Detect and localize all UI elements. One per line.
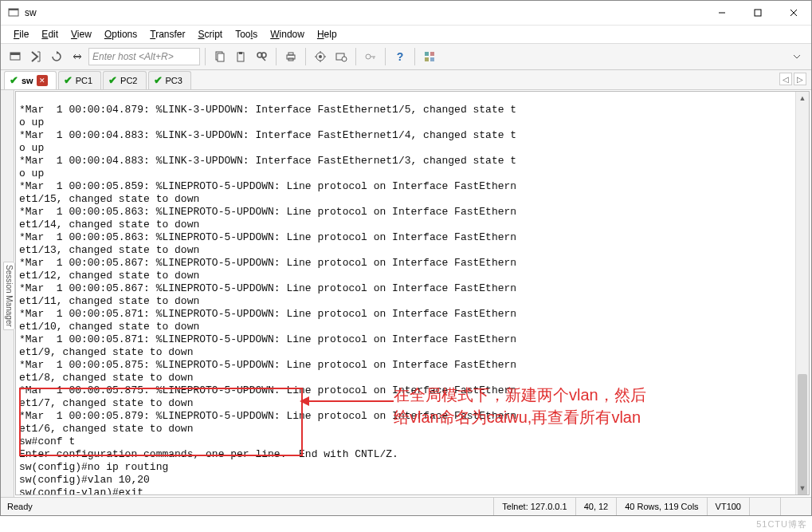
window-title: sw — [25, 7, 704, 18]
close-button[interactable] — [775, 1, 811, 25]
tab-label: PC2 — [120, 76, 137, 85]
find-button[interactable] — [252, 47, 271, 66]
tab-pc2[interactable]: ✔ PC2 — [103, 71, 146, 89]
menu-help[interactable]: Help — [312, 27, 342, 41]
paste-button[interactable] — [231, 47, 250, 66]
check-icon: ✔ — [108, 74, 117, 86]
annotation-arrow-icon — [300, 393, 395, 409]
svg-rect-29 — [425, 52, 429, 56]
tab-sw[interactable]: ✔ sw ✕ — [4, 71, 57, 89]
menu-file[interactable]: File — [9, 27, 33, 41]
status-caps — [749, 498, 780, 515]
tab-label: PC1 — [76, 76, 92, 85]
status-num — [780, 498, 811, 515]
tile-button[interactable] — [420, 47, 439, 66]
menu-edit[interactable]: Edit — [37, 27, 63, 41]
annotation-text: 在全局模式下，新建两个vlan，然后 给vlan命名为caiwu,再查看所有vl… — [394, 384, 646, 428]
svg-point-26 — [366, 54, 371, 59]
toolbar-overflow[interactable] — [787, 47, 806, 66]
main-area: Session Manager *Mar 1 00:00:04.879: %LI… — [1, 90, 811, 497]
menu-bar: File Edit View Options Transfer Script T… — [1, 26, 811, 43]
app-icon — [7, 6, 20, 19]
watermark: 51CTU博客 — [756, 518, 807, 530]
status-ready: Ready — [1, 498, 41, 515]
svg-marker-34 — [300, 396, 309, 406]
svg-rect-11 — [239, 52, 242, 54]
quick-connect-button[interactable] — [26, 47, 45, 66]
toolbar-separator — [414, 48, 415, 65]
menu-window[interactable]: Window — [265, 27, 309, 41]
annotation-box — [19, 388, 303, 456]
scroll-thumb[interactable] — [798, 374, 807, 495]
svg-rect-1 — [9, 9, 18, 10]
status-emulation: VT100 — [707, 498, 749, 515]
tab-label: PC3 — [166, 76, 182, 85]
session-button[interactable] — [6, 47, 25, 66]
minimize-button[interactable] — [704, 1, 739, 25]
maximize-button[interactable] — [739, 1, 775, 25]
toolbar-separator — [205, 48, 206, 65]
menu-view[interactable]: View — [66, 27, 96, 41]
scrollbar[interactable]: ▲ ▼ — [795, 92, 809, 495]
check-icon: ✔ — [64, 74, 73, 86]
terminal-panel[interactable]: *Mar 1 00:00:04.879: %LINK-3-UPDOWN: Int… — [15, 91, 810, 495]
check-icon: ✔ — [10, 74, 18, 86]
status-bar: Ready Telnet: 127.0.0.1 40, 12 40 Rows, … — [1, 497, 811, 515]
tab-close-icon[interactable]: ✕ — [37, 75, 48, 86]
tab-pc3[interactable]: ✔ PC3 — [148, 71, 191, 89]
status-cursor: 40, 12 — [575, 498, 617, 515]
tab-pc1[interactable]: ✔ PC1 — [58, 71, 101, 89]
session-manager-sidebar[interactable]: Session Manager — [1, 90, 14, 497]
session-options-button[interactable] — [331, 47, 351, 66]
tab-label: sw — [22, 76, 33, 85]
settings-button[interactable] — [311, 47, 330, 66]
toolbar-separator — [276, 48, 277, 65]
help-button[interactable]: ? — [390, 47, 410, 66]
svg-point-19 — [319, 55, 322, 58]
menu-options[interactable]: Options — [100, 27, 142, 41]
tab-prev-button[interactable]: ◁ — [779, 73, 792, 85]
key-button[interactable] — [361, 47, 380, 66]
tab-nav: ◁ ▷ — [779, 73, 806, 85]
title-bar: sw — [1, 1, 811, 26]
svg-rect-7 — [10, 53, 20, 55]
status-connection: Telnet: 127.0.0.1 — [493, 498, 575, 515]
svg-rect-30 — [430, 52, 434, 56]
svg-rect-16 — [288, 53, 293, 55]
sidebar-label: Session Manager — [3, 262, 15, 330]
status-size: 40 Rows, 119 Cols — [616, 498, 706, 515]
app-window: sw File Edit View Options Transfer Scrip… — [0, 0, 812, 516]
svg-rect-31 — [425, 57, 429, 61]
scroll-up-icon[interactable]: ▲ — [796, 92, 809, 104]
tab-bar: ✔ sw ✕ ✔ PC1 ✔ PC2 ✔ PC3 ◁ ▷ — [1, 70, 811, 90]
print-button[interactable] — [281, 47, 300, 66]
toolbar-separator — [385, 48, 386, 65]
toolbar-separator — [305, 48, 306, 65]
svg-point-25 — [342, 57, 347, 61]
svg-rect-9 — [218, 53, 224, 61]
check-icon: ✔ — [154, 74, 163, 86]
svg-rect-32 — [430, 57, 434, 61]
reconnect-button[interactable] — [47, 47, 66, 66]
menu-transfer[interactable]: Transfer — [145, 27, 190, 41]
toolbar: Enter host <Alt+R> ? — [1, 43, 811, 70]
menu-tools[interactable]: Tools — [230, 27, 262, 41]
scroll-down-icon[interactable]: ▼ — [796, 482, 809, 495]
tab-next-button[interactable]: ▷ — [794, 73, 806, 85]
menu-script[interactable]: Script — [194, 27, 228, 41]
host-input[interactable]: Enter host <Alt+R> — [88, 48, 200, 65]
disconnect-button[interactable] — [68, 47, 87, 66]
svg-rect-3 — [755, 10, 761, 16]
copy-button[interactable] — [210, 47, 229, 66]
toolbar-separator — [355, 48, 356, 65]
